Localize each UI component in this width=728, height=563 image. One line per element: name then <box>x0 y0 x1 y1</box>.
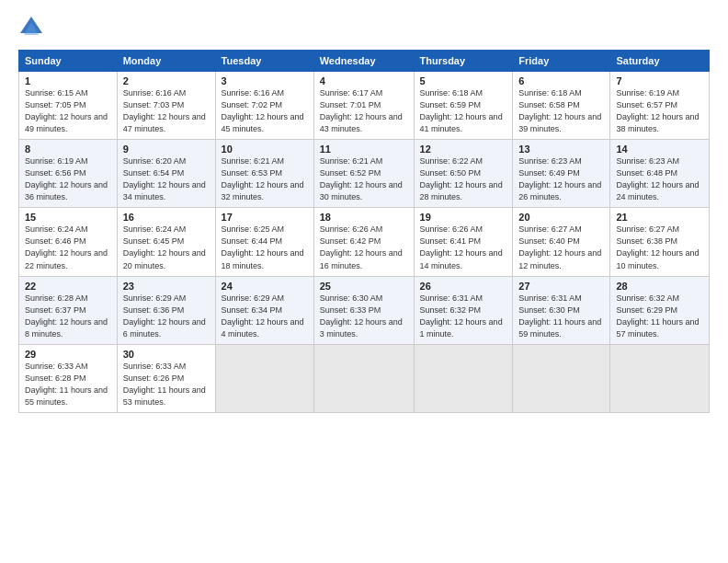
day-number: 28 <box>616 281 703 292</box>
calendar-cell: 15Sunrise: 6:24 AMSunset: 6:46 PMDayligh… <box>19 208 118 276</box>
calendar-cell: 3Sunrise: 6:16 AMSunset: 7:02 PMDaylight… <box>215 72 313 140</box>
day-detail: Sunrise: 6:26 AMSunset: 6:42 PMDaylight:… <box>320 224 403 270</box>
day-number: 7 <box>616 75 703 86</box>
weekday-header-sunday: Sunday <box>19 51 118 72</box>
day-number: 21 <box>616 212 703 223</box>
day-number: 5 <box>420 75 507 86</box>
calendar-cell: 25Sunrise: 6:30 AMSunset: 6:33 PMDayligh… <box>313 276 414 344</box>
calendar-cell: 29Sunrise: 6:33 AMSunset: 6:28 PMDayligh… <box>19 344 118 412</box>
day-number: 14 <box>616 144 703 155</box>
calendar-cell: 11Sunrise: 6:21 AMSunset: 6:52 PMDayligh… <box>313 140 414 208</box>
day-number: 8 <box>25 144 111 155</box>
day-detail: Sunrise: 6:28 AMSunset: 6:37 PMDaylight:… <box>25 293 108 339</box>
day-detail: Sunrise: 6:16 AMSunset: 7:02 PMDaylight:… <box>222 88 304 133</box>
day-number: 15 <box>25 212 111 223</box>
calendar-cell <box>215 344 313 412</box>
day-detail: Sunrise: 6:23 AMSunset: 6:49 PMDaylight:… <box>518 156 601 201</box>
calendar-cell: 5Sunrise: 6:18 AMSunset: 6:59 PMDaylight… <box>414 72 513 140</box>
calendar-cell: 13Sunrise: 6:23 AMSunset: 6:49 PMDayligh… <box>513 140 610 208</box>
calendar-cell: 16Sunrise: 6:24 AMSunset: 6:45 PMDayligh… <box>117 208 215 276</box>
day-detail: Sunrise: 6:24 AMSunset: 6:45 PMDaylight:… <box>123 224 206 270</box>
day-number: 25 <box>320 281 408 292</box>
calendar-cell: 8Sunrise: 6:19 AMSunset: 6:56 PMDaylight… <box>19 140 118 208</box>
calendar-cell <box>610 344 710 412</box>
calendar-cell: 17Sunrise: 6:25 AMSunset: 6:44 PMDayligh… <box>215 208 313 276</box>
calendar-cell: 7Sunrise: 6:19 AMSunset: 6:57 PMDaylight… <box>610 72 710 140</box>
day-detail: Sunrise: 6:25 AMSunset: 6:44 PMDaylight:… <box>222 224 304 270</box>
day-detail: Sunrise: 6:21 AMSunset: 6:52 PMDaylight:… <box>320 156 403 201</box>
calendar-cell: 24Sunrise: 6:29 AMSunset: 6:34 PMDayligh… <box>215 276 313 344</box>
day-detail: Sunrise: 6:15 AMSunset: 7:05 PMDaylight:… <box>25 88 108 133</box>
day-detail: Sunrise: 6:23 AMSunset: 6:48 PMDaylight:… <box>616 156 699 201</box>
day-number: 11 <box>320 144 408 155</box>
day-detail: Sunrise: 6:20 AMSunset: 6:54 PMDaylight:… <box>123 156 206 201</box>
day-number: 23 <box>123 281 210 292</box>
logo <box>18 15 48 40</box>
day-number: 10 <box>222 144 308 155</box>
day-number: 17 <box>222 212 308 223</box>
calendar-table: SundayMondayTuesdayWednesdayThursdayFrid… <box>18 50 710 413</box>
calendar-cell: 27Sunrise: 6:31 AMSunset: 6:30 PMDayligh… <box>513 276 610 344</box>
calendar-cell: 19Sunrise: 6:26 AMSunset: 6:41 PMDayligh… <box>414 208 513 276</box>
day-detail: Sunrise: 6:27 AMSunset: 6:38 PMDaylight:… <box>616 224 699 270</box>
day-number: 29 <box>25 349 111 360</box>
weekday-header-friday: Friday <box>513 51 610 72</box>
weekday-header-saturday: Saturday <box>610 51 710 72</box>
calendar-cell: 20Sunrise: 6:27 AMSunset: 6:40 PMDayligh… <box>513 208 610 276</box>
day-number: 4 <box>320 75 408 86</box>
day-number: 16 <box>123 212 210 223</box>
calendar-cell: 23Sunrise: 6:29 AMSunset: 6:36 PMDayligh… <box>117 276 215 344</box>
day-detail: Sunrise: 6:32 AMSunset: 6:29 PMDaylight:… <box>616 293 699 339</box>
day-detail: Sunrise: 6:16 AMSunset: 7:03 PMDaylight:… <box>123 88 206 133</box>
weekday-header-thursday: Thursday <box>414 51 513 72</box>
calendar-cell: 4Sunrise: 6:17 AMSunset: 7:01 PMDaylight… <box>313 72 414 140</box>
day-detail: Sunrise: 6:29 AMSunset: 6:34 PMDaylight:… <box>222 293 304 339</box>
day-detail: Sunrise: 6:21 AMSunset: 6:53 PMDaylight:… <box>222 156 304 201</box>
weekday-header-monday: Monday <box>117 51 215 72</box>
day-number: 27 <box>518 281 604 292</box>
calendar-cell: 26Sunrise: 6:31 AMSunset: 6:32 PMDayligh… <box>414 276 513 344</box>
calendar-cell <box>414 344 513 412</box>
day-number: 1 <box>25 75 111 86</box>
day-detail: Sunrise: 6:24 AMSunset: 6:46 PMDaylight:… <box>25 224 108 270</box>
day-detail: Sunrise: 6:19 AMSunset: 6:57 PMDaylight:… <box>616 88 699 133</box>
page: SundayMondayTuesdayWednesdayThursdayFrid… <box>0 0 728 563</box>
calendar-cell: 12Sunrise: 6:22 AMSunset: 6:50 PMDayligh… <box>414 140 513 208</box>
header <box>18 15 710 40</box>
day-number: 12 <box>420 144 507 155</box>
day-detail: Sunrise: 6:30 AMSunset: 6:33 PMDaylight:… <box>320 293 403 339</box>
day-number: 9 <box>123 144 210 155</box>
calendar-cell: 1Sunrise: 6:15 AMSunset: 7:05 PMDaylight… <box>19 72 118 140</box>
day-number: 30 <box>123 349 210 360</box>
calendar-cell: 10Sunrise: 6:21 AMSunset: 6:53 PMDayligh… <box>215 140 313 208</box>
day-number: 26 <box>420 281 507 292</box>
calendar-cell: 2Sunrise: 6:16 AMSunset: 7:03 PMDaylight… <box>117 72 215 140</box>
calendar-cell: 28Sunrise: 6:32 AMSunset: 6:29 PMDayligh… <box>610 276 710 344</box>
day-number: 22 <box>25 281 111 292</box>
calendar-cell <box>313 344 414 412</box>
day-detail: Sunrise: 6:26 AMSunset: 6:41 PMDaylight:… <box>420 224 503 270</box>
day-number: 3 <box>222 75 308 86</box>
day-number: 19 <box>420 212 507 223</box>
weekday-header-wednesday: Wednesday <box>313 51 414 72</box>
calendar-cell: 9Sunrise: 6:20 AMSunset: 6:54 PMDaylight… <box>117 140 215 208</box>
day-number: 24 <box>222 281 308 292</box>
day-number: 18 <box>320 212 408 223</box>
calendar-cell <box>513 344 610 412</box>
day-detail: Sunrise: 6:31 AMSunset: 6:30 PMDaylight:… <box>518 293 601 339</box>
day-detail: Sunrise: 6:18 AMSunset: 6:59 PMDaylight:… <box>420 88 503 133</box>
logo-icon <box>18 15 44 40</box>
day-detail: Sunrise: 6:17 AMSunset: 7:01 PMDaylight:… <box>320 88 403 133</box>
calendar-cell: 6Sunrise: 6:18 AMSunset: 6:58 PMDaylight… <box>513 72 610 140</box>
weekday-header-tuesday: Tuesday <box>215 51 313 72</box>
day-number: 13 <box>518 144 604 155</box>
day-number: 6 <box>518 75 604 86</box>
calendar-cell: 22Sunrise: 6:28 AMSunset: 6:37 PMDayligh… <box>19 276 118 344</box>
day-detail: Sunrise: 6:27 AMSunset: 6:40 PMDaylight:… <box>518 224 601 270</box>
calendar-cell: 18Sunrise: 6:26 AMSunset: 6:42 PMDayligh… <box>313 208 414 276</box>
day-detail: Sunrise: 6:18 AMSunset: 6:58 PMDaylight:… <box>518 88 601 133</box>
day-detail: Sunrise: 6:33 AMSunset: 6:26 PMDaylight:… <box>123 362 206 407</box>
calendar-cell: 30Sunrise: 6:33 AMSunset: 6:26 PMDayligh… <box>117 344 215 412</box>
day-detail: Sunrise: 6:19 AMSunset: 6:56 PMDaylight:… <box>25 156 108 201</box>
day-detail: Sunrise: 6:33 AMSunset: 6:28 PMDaylight:… <box>25 362 108 407</box>
